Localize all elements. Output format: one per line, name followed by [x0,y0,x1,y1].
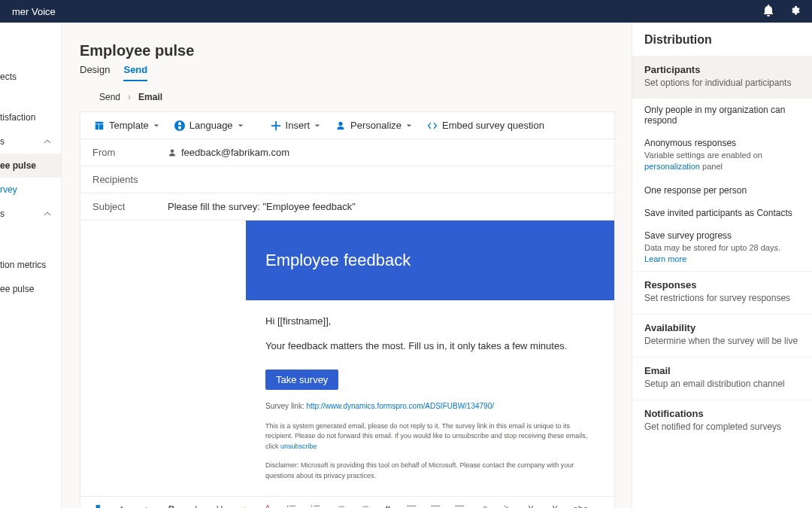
editor-toolbar: AA A↓ B I U A 123 ❝ X2 X2 abc [80,496,614,508]
svg-rect-15 [431,506,440,506]
align-right-icon[interactable] [453,503,467,508]
participants-section[interactable]: Participants Set options for individual … [632,56,812,99]
unsubscribe-link[interactable]: unsubscribe [280,443,317,450]
person-icon [168,148,177,157]
subject-field[interactable]: Subject Please fill the survey: "Employe… [80,193,614,221]
embed-button[interactable]: Embed survey question [421,117,550,134]
svg-point-0 [287,506,289,507]
chevron-up-icon [40,210,55,217]
format-painter-icon[interactable] [92,503,106,508]
underline-button[interactable]: U [213,503,226,508]
email-composer: Template Language Insert Personalize Emb… [80,111,615,508]
survey-link-label: Survey link: [265,402,304,410]
breadcrumb-item: Email [138,92,162,102]
breadcrumb-item[interactable]: Send [99,92,120,102]
nav-item[interactable]: tisfaction [0,105,61,129]
nav-item-selected[interactable]: ee pulse [0,154,61,178]
greeting: Hi [[firstname]], [265,314,595,330]
panel-title: Distribution [632,23,812,56]
nav-item[interactable]: s [0,129,61,154]
banner-title: Employee feedback [265,251,595,270]
gear-icon[interactable] [788,5,800,19]
email-body[interactable]: Employee feedback Hi [[firstname]], Your… [80,221,614,496]
take-survey-button[interactable]: Take survey [265,370,338,390]
bullet-list-icon[interactable] [285,503,298,508]
page-tabs: Design Send [80,64,615,81]
numbered-list-icon[interactable]: 123 [309,503,323,508]
email-banner: Employee feedback [246,221,614,300]
personalization-link[interactable]: personalization [644,162,700,171]
tab-design[interactable]: Design [80,64,110,81]
subscript-icon[interactable]: X2 [550,503,563,508]
from-value: feedback@fabrikam.com [181,147,289,158]
unlink-icon[interactable] [501,503,515,508]
main-content: Employee pulse Design Send Send › Email … [62,23,632,508]
participants-option[interactable]: Save survey progress Data may be stored … [632,224,812,272]
app-title: mer Voice [12,6,56,17]
insert-button[interactable]: Insert [265,117,327,134]
topbar: mer Voice [0,0,812,23]
participants-option[interactable]: Anonymous responses Variable settings ar… [632,132,812,179]
distribution-panel: Distribution Participants Set options fo… [632,23,812,508]
notifications-section[interactable]: Notifications Get notified for completed… [632,400,812,443]
body-text: Your feedback matters the most. Fill us … [265,339,595,354]
personalize-button[interactable]: Personalize [329,117,418,134]
recipients-field[interactable]: Recipients [80,166,614,193]
responses-section[interactable]: Responses Set restrictions for survey re… [632,271,812,314]
highlight-icon[interactable] [237,503,250,508]
from-field: From feedback@fabrikam.com [80,139,614,166]
learn-more-link[interactable]: Learn more [644,254,686,263]
participants-option[interactable]: Only people in my organization can respo… [632,99,812,132]
strikethrough-icon[interactable]: abc [574,503,587,508]
align-center-icon[interactable] [429,503,443,508]
subject-value: Please fill the survey: "Employee feedba… [168,201,602,212]
svg-rect-7 [314,506,320,506]
nav-item[interactable]: ee pulse [0,277,61,301]
disclaimer-1: This is a system generated email, please… [265,421,595,452]
align-left-icon[interactable] [405,503,419,508]
indent-icon[interactable] [357,503,371,508]
chevron-up-icon [40,138,55,145]
breadcrumb: Send › Email [80,92,615,111]
nav-item[interactable]: tion metrics [0,253,61,277]
email-section[interactable]: Email Setup an email distribution channe… [632,357,812,400]
link-icon[interactable] [477,503,491,508]
svg-rect-12 [407,506,416,506]
superscript-icon[interactable]: X2 [526,503,539,508]
quote-icon[interactable]: ❝ [381,503,395,508]
chevron-right-icon: › [128,92,131,102]
nav-item[interactable]: ects [0,65,61,89]
participants-option[interactable]: Save invited participants as Contacts [632,202,812,224]
language-button[interactable]: Language [168,117,250,134]
font-color-button[interactable]: A [261,503,274,508]
font-size-increase[interactable]: AA [117,503,130,508]
italic-button[interactable]: I [189,503,202,508]
survey-link[interactable]: http://www.dynamics.formspro.com/ADSIFUB… [306,402,494,410]
tab-send[interactable]: Send [123,64,147,81]
svg-rect-18 [455,506,464,506]
bold-button[interactable]: B [165,503,178,508]
page-title: Employee pulse [80,42,615,59]
nav-item[interactable]: s [0,202,61,226]
svg-rect-1 [289,506,295,506]
template-button[interactable]: Template [88,117,165,134]
participants-option[interactable]: One response per person [632,179,812,202]
availability-section[interactable]: Availability Determine when the survey w… [632,314,812,357]
outdent-icon[interactable] [333,503,347,508]
font-size-decrease[interactable]: A↓ [141,503,154,508]
nav-item-active[interactable]: rvey [0,178,61,202]
disclaimer-2: Disclaimer: Microsoft is providing this … [265,461,595,481]
left-nav: ects tisfaction s ee pulse rvey s tion m… [0,23,62,508]
notification-icon[interactable] [762,5,774,19]
command-bar: Template Language Insert Personalize Emb… [80,112,614,139]
